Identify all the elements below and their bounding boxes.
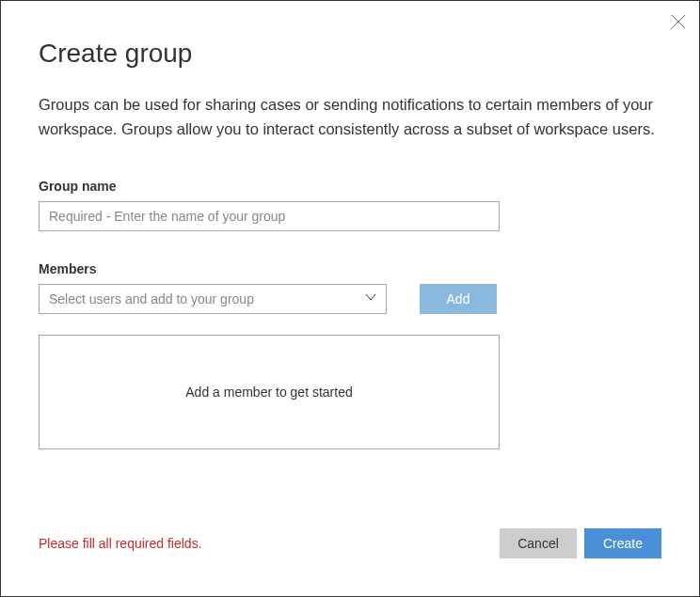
members-select[interactable]: Select users and add to your group [39, 284, 387, 314]
members-label: Members [39, 261, 661, 276]
cancel-button[interactable]: Cancel [500, 528, 577, 558]
error-message: Please fill all required fields. [39, 536, 202, 551]
dialog-description: Groups can be used for sharing cases or … [39, 93, 661, 141]
add-button[interactable]: Add [420, 284, 497, 314]
group-name-label: Group name [39, 179, 661, 194]
members-empty-box: Add a member to get started [39, 335, 500, 449]
members-select-placeholder: Select users and add to your group [49, 291, 254, 306]
create-button[interactable]: Create [584, 528, 661, 558]
close-icon[interactable] [671, 14, 686, 29]
dialog-title: Create group [39, 39, 661, 69]
group-name-input[interactable] [39, 201, 500, 231]
members-empty-message: Add a member to get started [185, 385, 352, 400]
